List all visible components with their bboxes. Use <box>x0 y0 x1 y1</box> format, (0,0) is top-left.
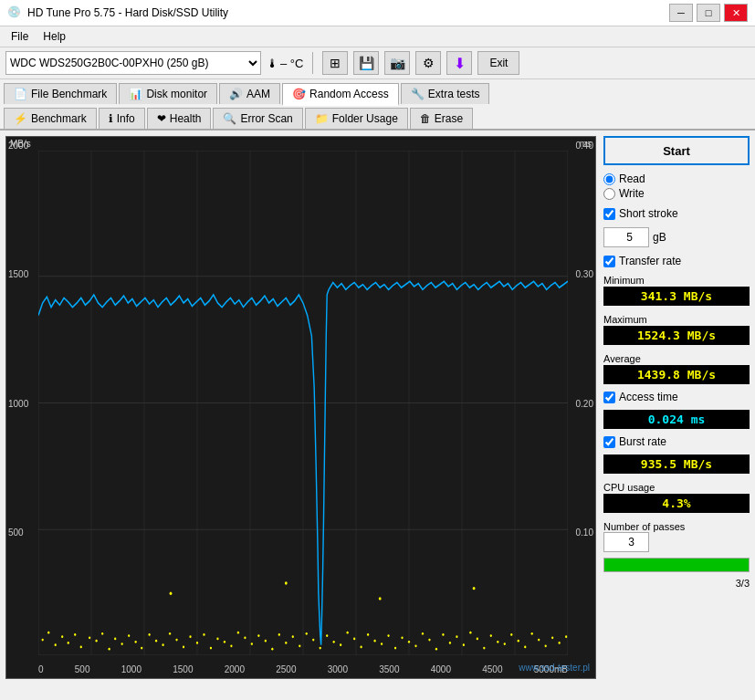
svg-point-64 <box>367 633 369 636</box>
transfer-rate-checkbox-label[interactable]: Transfer rate <box>603 255 750 267</box>
svg-point-56 <box>312 639 314 642</box>
cpu-usage-label: CPU usage <box>603 482 750 493</box>
svg-point-44 <box>230 644 232 647</box>
svg-point-88 <box>531 632 533 635</box>
svg-point-79 <box>469 632 471 634</box>
write-radio-label[interactable]: Write <box>603 187 750 200</box>
tab-health[interactable]: ❤ Health <box>147 108 212 129</box>
svg-point-96 <box>379 597 382 600</box>
toolbar-btn-1[interactable]: ⊞ <box>322 51 348 75</box>
chart-area: MB/s ms 2000 1500 1000 500 0.40 0.30 0.2… <box>5 136 596 679</box>
minimize-button[interactable]: ─ <box>669 4 693 22</box>
svg-point-46 <box>244 636 246 639</box>
tab-erase-label: Erase <box>435 112 463 125</box>
svg-point-58 <box>326 634 328 637</box>
transfer-rate-checkbox[interactable] <box>603 256 615 267</box>
cpu-usage-value: 4.3% <box>603 494 750 513</box>
access-time-checkbox[interactable] <box>603 392 615 403</box>
toolbar-btn-download[interactable]: ⬇ <box>446 51 472 75</box>
svg-point-71 <box>414 644 416 647</box>
svg-point-74 <box>435 648 437 651</box>
svg-point-45 <box>237 632 239 634</box>
svg-point-94 <box>170 592 173 595</box>
start-button[interactable]: Start <box>603 136 750 165</box>
disk-monitor-icon: 📊 <box>129 88 142 100</box>
svg-point-30 <box>135 641 137 643</box>
info-icon: ℹ <box>109 112 113 125</box>
cpu-usage-section: CPU usage 4.3% <box>603 480 750 514</box>
tab-error-scan[interactable]: 🔍 Error Scan <box>213 108 302 129</box>
main-content: MB/s ms 2000 1500 1000 500 0.40 0.30 0.2… <box>0 131 755 684</box>
tab-info[interactable]: ℹ Info <box>99 108 145 129</box>
svg-point-22 <box>80 646 82 649</box>
svg-point-18 <box>55 643 57 646</box>
toolbar-btn-2[interactable]: 💾 <box>353 51 379 75</box>
menu-bar: File Help <box>0 26 755 47</box>
tab-folder-usage[interactable]: 📁 Folder Usage <box>305 108 408 129</box>
tab-aam-label: AAM <box>246 88 270 100</box>
erase-icon: 🗑 <box>420 112 431 125</box>
burst-rate-checkbox-label[interactable]: Burst rate <box>603 435 750 448</box>
svg-point-29 <box>128 634 130 637</box>
burst-rate-checkbox[interactable] <box>603 436 615 448</box>
short-stroke-input[interactable] <box>603 227 649 247</box>
write-radio[interactable] <box>603 188 615 200</box>
svg-point-84 <box>504 643 506 645</box>
svg-point-48 <box>257 634 259 637</box>
health-icon: ❤ <box>157 112 166 125</box>
svg-point-83 <box>497 641 498 643</box>
svg-point-97 <box>473 587 476 590</box>
temp-display: 🌡 – °C <box>267 57 303 70</box>
chart-svg <box>38 151 568 655</box>
toolbar-separator <box>312 52 313 74</box>
tab-aam[interactable]: 🔊 AAM <box>219 83 280 104</box>
svg-point-76 <box>449 642 451 644</box>
svg-point-39 <box>196 642 198 644</box>
toolbar-btn-3[interactable]: 📷 <box>384 51 410 75</box>
read-radio[interactable] <box>603 173 615 185</box>
svg-point-86 <box>518 640 519 643</box>
exit-button[interactable]: Exit <box>477 51 519 75</box>
svg-point-53 <box>292 635 294 638</box>
menu-file[interactable]: File <box>4 28 36 45</box>
disk-select[interactable]: WDC WDS250G2B0C-00PXH0 (250 gB) <box>5 51 261 75</box>
tab-benchmark[interactable]: ⚡ Benchmark <box>4 108 97 129</box>
svg-point-95 <box>285 581 288 584</box>
short-stroke-checkbox-label[interactable]: Short stroke <box>603 207 750 220</box>
svg-point-19 <box>61 635 63 638</box>
svg-point-33 <box>155 640 157 643</box>
maximum-label: Maximum <box>603 314 750 325</box>
close-button[interactable]: ✕ <box>724 4 748 22</box>
svg-point-24 <box>95 640 97 643</box>
aam-icon: 🔊 <box>229 88 243 100</box>
tabs-row-2: ⚡ Benchmark ℹ Info ❤ Health 🔍 Error Scan… <box>0 104 755 131</box>
benchmark-icon: ⚡ <box>14 112 27 125</box>
svg-point-43 <box>224 641 225 643</box>
read-radio-label[interactable]: Read <box>603 172 750 185</box>
tab-file-benchmark[interactable]: 📄 File Benchmark <box>4 83 117 104</box>
menu-help[interactable]: Help <box>36 28 73 45</box>
tab-erase[interactable]: 🗑 Erase <box>410 108 473 129</box>
svg-point-65 <box>373 640 375 643</box>
passes-input[interactable] <box>603 532 649 552</box>
svg-point-50 <box>271 648 273 651</box>
burst-rate-value: 935.5 MB/s <box>603 454 750 474</box>
svg-point-90 <box>545 644 547 647</box>
toolbar-btn-4[interactable]: ⚙ <box>415 51 441 75</box>
svg-point-62 <box>353 638 355 641</box>
access-time-checkbox-label[interactable]: Access time <box>603 391 750 403</box>
svg-point-60 <box>340 643 341 646</box>
svg-point-55 <box>306 632 308 635</box>
svg-point-20 <box>68 642 69 644</box>
tab-random-access[interactable]: 🎯 Random Access <box>282 83 399 106</box>
svg-point-85 <box>510 633 512 636</box>
tab-extra-tests[interactable]: 🔧 Extra tests <box>401 83 490 104</box>
short-stroke-checkbox[interactable] <box>603 208 615 220</box>
progress-bar-inner <box>604 559 749 571</box>
svg-point-34 <box>162 643 163 646</box>
tab-disk-monitor[interactable]: 📊 Disk monitor <box>119 83 217 104</box>
svg-point-59 <box>333 641 335 643</box>
svg-point-72 <box>422 632 424 635</box>
random-access-icon: 🎯 <box>292 88 306 100</box>
maximize-button[interactable]: □ <box>697 4 720 22</box>
